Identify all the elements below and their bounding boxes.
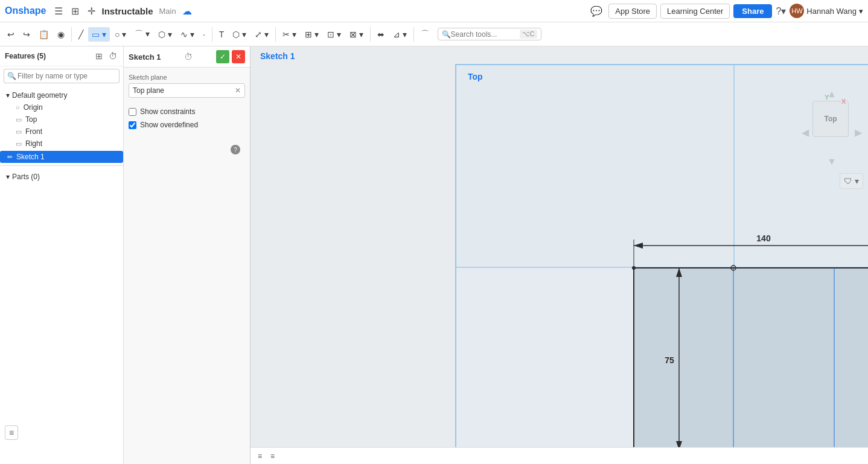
top-label: Top [25, 115, 37, 124]
sketch-panel-title: Sketch 1 [129, 52, 161, 62]
parts-header[interactable]: ▾ Parts (0) [4, 171, 120, 183]
right-label: Right [25, 139, 42, 148]
parts-section: ▾ Parts (0) [0, 168, 123, 185]
help-button[interactable]: ?▾ [776, 5, 786, 17]
panel-header-actions: ⏱ [183, 51, 194, 63]
trim-tool-button[interactable]: ✂ ▾ [279, 27, 300, 42]
default-geometry-group: ▾ Default geometry ○ Origin ▭ Top ▭ Fron… [0, 88, 123, 151]
constraint-tool-button[interactable]: ⊿ ▾ [389, 27, 410, 42]
toolbar-divider-5 [413, 27, 414, 42]
app-store-button[interactable]: App Store [608, 4, 657, 19]
text-tool-button[interactable]: T [215, 27, 228, 42]
sketch1-label: Sketch 1 [16, 153, 45, 161]
sketch-svg: Top 140 [251, 46, 868, 464]
sidebar-item-front[interactable]: ▭ Front [4, 126, 120, 138]
origin-icon: ○ [16, 104, 20, 111]
show-overdefined-checkbox[interactable] [129, 121, 136, 129]
quad-top-left [456, 65, 734, 267]
sidebar-item-origin[interactable]: ○ Origin [4, 101, 120, 113]
app-logo: Onshape [5, 5, 46, 16]
redo-button[interactable]: ↪ [19, 27, 34, 42]
sidebar: Features (5) ⊞ ⏱ 🔍 ▾ Default geometry ○ … [0, 46, 124, 464]
toolbar-divider-2 [212, 27, 212, 42]
fillet-tool-button[interactable]: ⌒ [417, 27, 433, 42]
top-viewport-label: Top [468, 72, 483, 81]
help-circle-button[interactable]: ? [231, 145, 240, 154]
search-tools-container: 🔍 ⌥C [438, 28, 541, 40]
toolbar: ↩ ↪ 📋 ◉ ╱ ▭ ▾ ○ ▾ ⌒ ▾ ⬡ ▾ ∿ ▾ · T ⬡ ▾ ⤢ … [0, 22, 868, 46]
toolbar-divider-3 [275, 27, 276, 42]
feature-list: ▾ Default geometry ○ Origin ▭ Top ▭ Fron… [0, 86, 123, 464]
dimension-tool-button[interactable]: ⬌ [374, 27, 388, 42]
bottom-list-button-1[interactable]: ≡ [255, 451, 264, 462]
hamburger-menu-button[interactable]: ☰ [52, 3, 65, 19]
plane-clear-button[interactable]: ✕ [235, 86, 241, 95]
height-dimension-label: 75 [665, 355, 674, 365]
project-tool-button[interactable]: ⬡ ▾ [229, 27, 250, 42]
panel-history-button[interactable]: ⏱ [183, 51, 194, 63]
add-feature-button[interactable]: ✛ [85, 3, 98, 19]
plane-top-icon: ▭ [16, 116, 22, 124]
sidebar-item-sketch1[interactable]: ✏ Sketch 1 [0, 151, 123, 163]
filter-search-icon: 🔍 [7, 72, 16, 80]
line-tool-button[interactable]: ╱ [75, 27, 87, 42]
arc-tool-button[interactable]: ⌒ ▾ [131, 27, 153, 42]
sidebar-item-right[interactable]: ▭ Right [4, 138, 120, 150]
list-icon-button[interactable]: ≡ [5, 425, 18, 440]
sidebar-expand-button[interactable]: ⊞ [94, 50, 104, 62]
sidebar-divider [0, 165, 123, 166]
show-overdefined-option[interactable]: Show overdefined [129, 118, 245, 132]
grid-view-button[interactable]: ⊞ [69, 3, 81, 19]
show-constraints-option[interactable]: Show constraints [129, 105, 245, 118]
pattern-tool-button[interactable]: ⊞ ▾ [301, 27, 322, 42]
search-shortcut: ⌥C [520, 30, 537, 39]
chat-button[interactable]: 💬 [588, 3, 605, 19]
circle-tool-button[interactable]: ○ ▾ [111, 27, 130, 42]
circle-select-button[interactable]: ◉ [54, 27, 68, 42]
filter-input[interactable] [4, 69, 120, 83]
sketch-panel: Sketch 1 ⏱ ✓ ✕ Sketch plane Top plane ✕ … [124, 46, 251, 464]
mirror-tool-button[interactable]: ⊡ ▾ [324, 27, 345, 42]
show-overdefined-label: Show overdefined [140, 121, 198, 129]
show-constraints-label: Show constraints [140, 107, 195, 116]
polygon-tool-button[interactable]: ⬡ ▾ [155, 27, 176, 42]
bottom-list-button-2[interactable]: ≡ [268, 451, 277, 462]
user-avatar: HW [790, 4, 804, 18]
panel-confirm-cancel: ✓ ✕ [216, 50, 245, 63]
transform-tool-button[interactable]: ⊠ ▾ [346, 27, 367, 42]
toolbar-divider-4 [370, 27, 371, 42]
sketch-panel-body: Sketch plane Top plane ✕ Show constraint… [124, 68, 250, 138]
show-constraints-checkbox[interactable] [129, 108, 136, 116]
chevron-down-icon: ▾ [6, 91, 10, 100]
sketch-icon: ✏ [7, 153, 13, 161]
list-panel-button[interactable]: ≡ [5, 425, 18, 440]
toolbar-divider-1 [71, 27, 72, 42]
default-geometry-header[interactable]: ▾ Default geometry [4, 89, 120, 101]
learning-center-button[interactable]: Learning Center [660, 4, 730, 19]
search-tools-input[interactable] [451, 30, 517, 39]
sketch-panel-header: Sketch 1 ⏱ ✓ ✕ [124, 46, 250, 68]
canvas-area[interactable]: Sketch 1 ▲ ▼ ◀ ▶ Top X Y 🛡 ▾ [251, 46, 868, 464]
panel-help-row: ? [124, 138, 250, 162]
panel-options: Show constraints Show overdefined [129, 105, 245, 132]
sketch-confirm-button[interactable]: ✓ [216, 50, 229, 63]
origin-label: Origin [24, 103, 43, 112]
user-menu-button[interactable]: HW Hannah Wang ▾ [790, 4, 863, 18]
offset-tool-button[interactable]: ⤢ ▾ [251, 27, 272, 42]
navbar: Onshape ☰ ⊞ ✛ Instructable Main ☁ 💬 App … [0, 0, 868, 22]
sketch-cancel-button[interactable]: ✕ [232, 50, 245, 63]
undo-button[interactable]: ↩ [4, 27, 18, 42]
plane-value: Top plane [133, 86, 164, 95]
spline-tool-button[interactable]: ∿ ▾ [177, 27, 198, 42]
clipboard-button[interactable]: 📋 [35, 27, 53, 42]
sidebar-item-top[interactable]: ▭ Top [4, 113, 120, 126]
sketch-plane-label: Sketch plane [129, 74, 245, 81]
rectangle-tool-button[interactable]: ▭ ▾ [88, 27, 110, 42]
plane-front-icon: ▭ [16, 128, 22, 136]
plane-field[interactable]: Top plane ✕ [129, 83, 245, 98]
document-settings-button[interactable]: ☁ [180, 3, 194, 19]
sidebar-history-button[interactable]: ⏱ [107, 50, 118, 62]
point-tool-button[interactable]: · [199, 27, 209, 42]
front-label: Front [25, 127, 42, 136]
share-button[interactable]: Share [733, 4, 772, 18]
